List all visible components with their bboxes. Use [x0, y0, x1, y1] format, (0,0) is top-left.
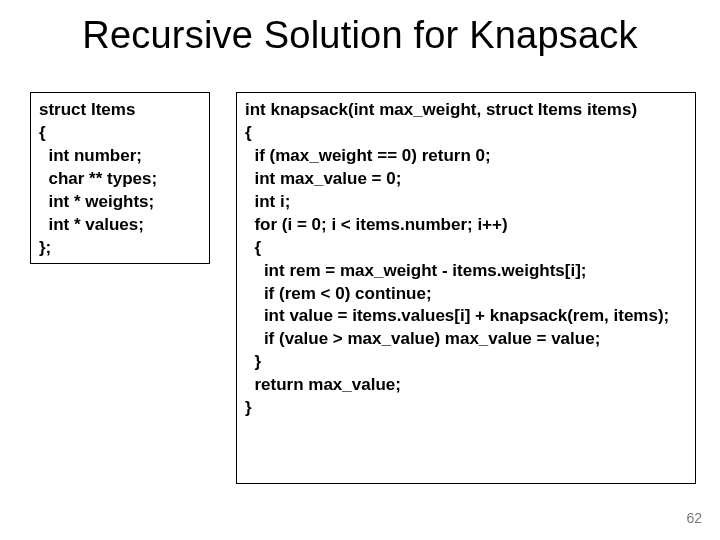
function-code-box: int knapsack(int max_weight, struct Item… [236, 92, 696, 484]
struct-code-box: struct Items { int number; char ** types… [30, 92, 210, 264]
page-title: Recursive Solution for Knapsack [0, 14, 720, 57]
slide-number: 62 [686, 510, 702, 526]
slide: Recursive Solution for Knapsack struct I… [0, 0, 720, 540]
